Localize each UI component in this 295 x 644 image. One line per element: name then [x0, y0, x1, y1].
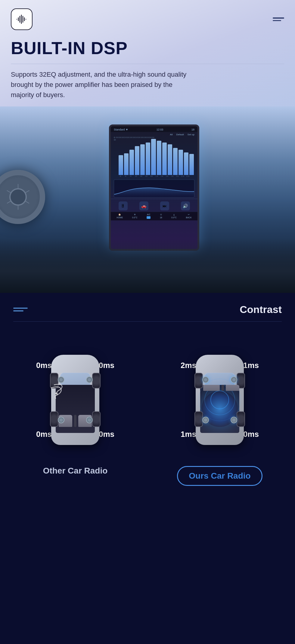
- screen-function-icons: 🎚 🚗 ⏭ 🔊: [111, 199, 197, 212]
- our-speaker-rr: [231, 417, 237, 423]
- our-car-radio-button[interactable]: Ours Car Radio: [177, 466, 262, 486]
- page-header: [0, 0, 295, 36]
- eq-setup-btn[interactable]: Set up: [188, 133, 194, 136]
- other-car-label: Other Car Radio: [43, 466, 108, 476]
- car-body: [51, 355, 99, 445]
- speaker-icon[interactable]: 🔊: [181, 201, 190, 210]
- dashboard-bg: [0, 239, 295, 293]
- car-interior-image: Standard ▼ 12:03 18 All Default Set up Q…: [0, 106, 295, 293]
- car-cabin: [56, 385, 95, 433]
- car-icon[interactable]: 🚗: [139, 201, 148, 210]
- other-car-image-area: 0ms 0ms 0ms 0ms: [33, 343, 117, 457]
- wheel-rear-left: [50, 411, 58, 427]
- center-console: Standard ▼ 12:03 18 All Default Set up Q…: [109, 124, 205, 251]
- contrast-divider: [13, 321, 282, 322]
- title-divider: [11, 64, 284, 64]
- wheel-front-right: [92, 373, 101, 388]
- nav-home[interactable]: 🏠HOME: [116, 213, 123, 219]
- nav-num[interactable]: ⊙18: [160, 213, 162, 219]
- hero-section: BUILT-IN DSP Supports 32EQ adjustment, a…: [0, 0, 295, 293]
- contrast-section: Contrast 0ms 0ms 0ms 0ms: [0, 293, 295, 644]
- our-wheel-rr: [237, 411, 245, 427]
- our-speaker-rl: [202, 417, 209, 423]
- contrast-lines-icon: [13, 308, 28, 311]
- eq-curve: [114, 179, 194, 198]
- hero-subtitle: Supports 32EQ adjustment, and the ultra-…: [0, 69, 205, 106]
- speaker-rr: [86, 417, 93, 423]
- our-cabin-seats: [203, 385, 239, 391]
- page-title-block: BUILT-IN DSP: [0, 36, 295, 61]
- nav-back[interactable]: ↩BACK: [186, 213, 192, 219]
- nav-temp2[interactable]: 🌡0.0°C: [171, 214, 177, 219]
- speaker-fl: [58, 376, 64, 383]
- our-wheel-fl: [194, 373, 203, 388]
- our-cabin-divider: [222, 385, 224, 391]
- cars-comparison: 0ms 0ms 0ms 0ms: [0, 337, 295, 495]
- logo: [11, 8, 33, 30]
- screen-eq-label: Standard ▼: [114, 128, 128, 131]
- screen-time: 12:03: [157, 128, 163, 131]
- our-car-box: 2ms 1ms 1ms 0ms: [151, 337, 289, 495]
- nav-ac[interactable]: A/C—: [147, 213, 151, 219]
- our-car-topview: [190, 349, 250, 451]
- page-title: BUILT-IN DSP: [11, 38, 284, 58]
- menu-button[interactable]: [273, 17, 284, 21]
- contrast-header: Contrast: [0, 293, 295, 321]
- speaker-rl: [58, 417, 64, 423]
- our-speaker-fl: [202, 376, 209, 383]
- eq-icon[interactable]: 🎚: [119, 201, 128, 210]
- speaker-fr: [86, 376, 93, 383]
- our-car-body: [196, 355, 244, 445]
- screen-nav-bar: 🏠HOME ❄0.0°C A/C— ⊙18 🌡0.0°C: [111, 212, 197, 220]
- nav-temp1[interactable]: ❄0.0°C: [132, 213, 138, 219]
- eq-bars: [118, 139, 194, 175]
- wheel-rear-right: [92, 411, 101, 427]
- our-car-image-area: 2ms 1ms 1ms 0ms: [178, 343, 262, 457]
- our-wheel-rl: [194, 411, 203, 427]
- contrast-title: Contrast: [240, 304, 282, 315]
- eq-default-btn[interactable]: Default: [176, 133, 184, 136]
- wheel-front-left: [50, 373, 58, 388]
- other-car-box: 0ms 0ms 0ms 0ms: [6, 337, 144, 485]
- screen-battery: 18: [191, 128, 194, 131]
- cabin-divider: [74, 415, 76, 427]
- our-seat-left: [203, 385, 220, 391]
- our-seat-right: [226, 385, 239, 391]
- tablet-screen: Standard ▼ 12:03 18 All Default Set up Q…: [109, 124, 199, 251]
- other-car-topview: [45, 349, 105, 451]
- screen-status-bar: Standard ▼ 12:03 18: [111, 126, 197, 132]
- skip-icon[interactable]: ⏭: [160, 201, 169, 210]
- our-speaker-fr: [231, 376, 237, 383]
- our-car-cabin: [200, 385, 239, 433]
- eq-all-btn[interactable]: All: [170, 133, 173, 136]
